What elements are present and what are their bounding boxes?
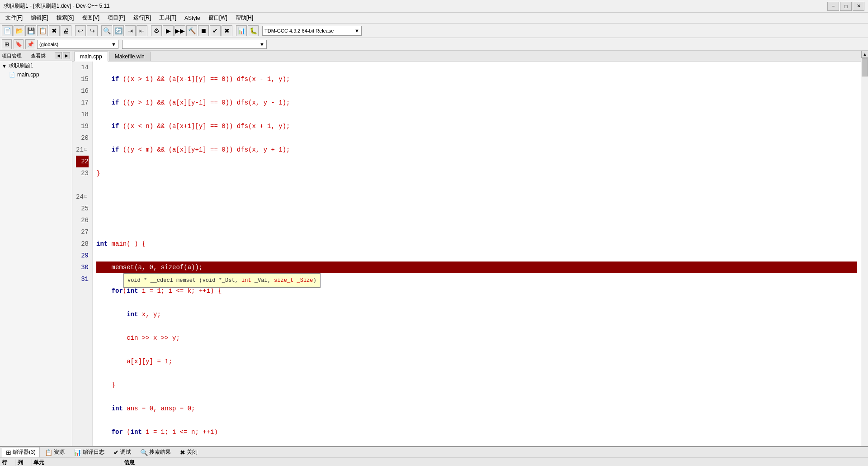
undo-button[interactable]: ↩: [75, 25, 86, 36]
toolbar: 📄 📂 💾 📋 ✖ 🖨 ↩ ↪ 🔍 🔄 ⇥ ⇤ ⚙ ▶ ▶▶ 🔨 ⏹ ✔ ✖ 📊…: [0, 24, 868, 38]
menu-tools[interactable]: 工具[T]: [156, 13, 180, 23]
sidebar-prev[interactable]: ◀: [55, 52, 62, 59]
editor[interactable]: 14 15 16 17 18 19 20 21□ 22 23 24□ 25 26…: [72, 62, 861, 446]
project-icon: ▼: [2, 63, 7, 69]
stop-button[interactable]: ⏹: [198, 25, 209, 36]
code-line-20: [96, 214, 857, 226]
menu-search[interactable]: 搜索[S]: [53, 13, 78, 23]
function-dropdown[interactable]: ▼: [122, 40, 267, 49]
tb2-btn2[interactable]: 🔖: [14, 39, 24, 49]
run-button[interactable]: ▶: [163, 25, 174, 36]
code-line-27: a[x][y] = 1;: [96, 356, 857, 367]
sidebar-nav: ◀ ▶: [55, 52, 70, 59]
bottom-tab-compiler[interactable]: ⊞ 编译器(3): [2, 447, 40, 457]
replace-button[interactable]: 🔄: [113, 25, 124, 36]
title-buttons: － □ ✕: [827, 2, 864, 11]
bottom-tab-search[interactable]: 🔍 搜索结果: [136, 447, 175, 457]
close-button[interactable]: ✕: [853, 2, 864, 11]
code-line-28: }: [96, 379, 857, 391]
tab-makefile[interactable]: Makefile.win: [109, 52, 151, 61]
check-button[interactable]: ✔: [210, 25, 221, 36]
menu-view[interactable]: 视图[V]: [78, 13, 103, 23]
redo-button[interactable]: ↪: [87, 25, 98, 36]
scroll-thumb[interactable]: [862, 58, 868, 76]
compiler-dropdown[interactable]: TDM-GCC 4.9.2 64-bit Release ▼: [262, 26, 362, 36]
resources-tab-label: 资源: [54, 448, 65, 456]
bottom-tab-compile-log[interactable]: 📊 编译日志: [70, 447, 108, 457]
print-button[interactable]: 🖨: [61, 25, 71, 36]
open-button[interactable]: 📂: [14, 25, 24, 36]
chart-button[interactable]: 📊: [236, 25, 247, 36]
globals-dropdown[interactable]: (globals) ▼: [37, 40, 118, 49]
code-content[interactable]: if ((x > 1) && (a[x-1][y] == 0)) dfs(x -…: [93, 62, 861, 446]
menu-help[interactable]: 帮助[H]: [232, 13, 257, 23]
compiler-tab-label: 编译器(3): [13, 448, 36, 456]
file-icon: 📄: [9, 72, 15, 78]
resources-tab-icon: 📋: [45, 449, 52, 456]
sidebar-project-label: 项目管理: [2, 52, 22, 59]
debug-button[interactable]: 🐛: [248, 25, 259, 36]
save-button[interactable]: 💾: [25, 25, 36, 36]
file-name: main.cpp: [17, 71, 39, 78]
sidebar-next[interactable]: ▶: [63, 52, 70, 59]
main-layout: 项目管理 查看类 ◀ ▶ ▼ 求职刷题1 📄 main.cpp main.cpp…: [0, 51, 868, 446]
compile-log-tab-label: 编译日志: [83, 448, 104, 456]
compile-run-button[interactable]: ▶▶: [175, 25, 185, 36]
code-line-22: memset(a, 0, sizeof(a)); void * __cdecl …: [96, 262, 857, 273]
tree-file[interactable]: 📄 main.cpp: [0, 71, 72, 79]
bottom-tab-close[interactable]: ✖ 关闭: [176, 447, 202, 457]
vertical-scrollbar[interactable]: ▲: [861, 51, 868, 446]
indent-button[interactable]: ⇥: [125, 25, 136, 36]
save-all-button[interactable]: 📋: [37, 25, 48, 36]
tab-main-cpp[interactable]: main.cpp: [74, 52, 108, 62]
search-tab-icon: 🔍: [140, 449, 148, 456]
new-button[interactable]: 📄: [2, 25, 13, 36]
header-info: 信息: [122, 459, 868, 466]
compiler-tab-icon: ⊞: [6, 449, 11, 456]
error-table-header: 行 列 单元 信息: [0, 458, 868, 466]
menu-file[interactable]: 文件[F]: [2, 13, 26, 23]
sidebar: 项目管理 查看类 ◀ ▶ ▼ 求职刷题1 📄 main.cpp: [0, 51, 72, 446]
memset-tooltip: void * __cdecl memset (void *_Dst, int _…: [123, 273, 321, 288]
scroll-up-button[interactable]: ▲: [861, 51, 868, 58]
unindent-button[interactable]: ⇤: [137, 25, 147, 36]
sidebar-header: 项目管理 查看类 ◀ ▶: [0, 51, 72, 61]
tab-bar: main.cpp Makefile.win: [72, 51, 861, 62]
search-tab-label: 搜索结果: [149, 448, 171, 456]
close-tab-icon: ✖: [180, 449, 185, 456]
rebuild-button[interactable]: 🔨: [186, 25, 197, 36]
bottom-panel: ⊞ 编译器(3) 📋 资源 📊 编译日志 ✔ 调试 🔍 搜索结果 ✖ 关闭 行 …: [0, 446, 868, 466]
header-unit: 单元: [32, 459, 122, 466]
header-col: 列: [16, 459, 32, 466]
editor-container: main.cpp Makefile.win 14 15 16 17 18 19 …: [72, 51, 861, 446]
tb2-btn1[interactable]: ⊞: [2, 39, 12, 49]
code-line-21: int main( ) {: [96, 238, 857, 250]
close-file-button[interactable]: ✖: [49, 25, 60, 36]
project-name: 求职刷题1: [9, 62, 33, 70]
menu-astyle[interactable]: AStyle: [181, 14, 204, 22]
menu-edit[interactable]: 编辑[E]: [27, 13, 52, 23]
menu-project[interactable]: 项目[P]: [104, 13, 129, 23]
menu-run[interactable]: 运行[R]: [130, 13, 155, 23]
compile-button[interactable]: ⚙: [151, 25, 162, 36]
error-table: 行 列 单元 信息 W:\Dev C++\projects\main.cpp I…: [0, 458, 868, 466]
toolbar2: ⊞ 🔖 📌 (globals) ▼ ▼: [0, 38, 868, 51]
debug-tab-icon: ✔: [113, 449, 119, 456]
bottom-tab-resources[interactable]: 📋 资源: [41, 447, 69, 457]
restore-button[interactable]: □: [840, 2, 852, 11]
menu-bar: 文件[F] 编辑[E] 搜索[S] 视图[V] 项目[P] 运行[R] 工具[T…: [0, 13, 868, 24]
sidebar-view-label: 查看类: [31, 52, 46, 59]
bottom-tab-debug[interactable]: ✔ 调试: [109, 447, 135, 457]
debug-tab-label: 调试: [120, 448, 131, 456]
tb2-btn3[interactable]: 📌: [25, 39, 35, 49]
menu-window[interactable]: 窗口[W]: [205, 13, 231, 23]
compile-log-tab-icon: 📊: [74, 449, 81, 456]
code-line-26: cin >> x >> y;: [96, 332, 857, 344]
clear-button[interactable]: ✖: [222, 25, 232, 36]
code-line-18: }: [96, 167, 857, 179]
find-button[interactable]: 🔍: [101, 25, 112, 36]
tree-project[interactable]: ▼ 求职刷题1: [0, 61, 72, 71]
code-area: 14 15 16 17 18 19 20 21□ 22 23 24□ 25 26…: [72, 62, 861, 446]
bottom-tabs: ⊞ 编译器(3) 📋 资源 📊 编译日志 ✔ 调试 🔍 搜索结果 ✖ 关闭: [0, 447, 868, 458]
minimize-button[interactable]: －: [827, 2, 839, 11]
